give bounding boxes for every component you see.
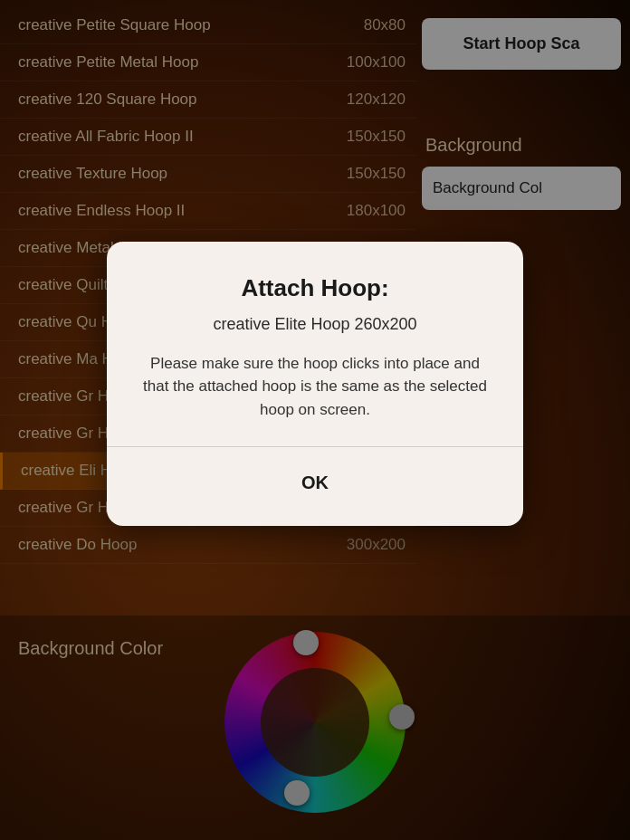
modal-ok-button[interactable]: OK <box>265 465 365 501</box>
modal-hoop-name: creative Elite Hoop 260x200 <box>136 315 494 334</box>
modal-body: Please make sure the hoop clicks into pl… <box>136 352 494 422</box>
modal-dialog: Attach Hoop: creative Elite Hoop 260x200… <box>107 242 523 527</box>
modal-divider <box>107 446 523 447</box>
modal-title: Attach Hoop: <box>136 274 494 302</box>
modal-overlay: Attach Hoop: creative Elite Hoop 260x200… <box>0 0 630 840</box>
